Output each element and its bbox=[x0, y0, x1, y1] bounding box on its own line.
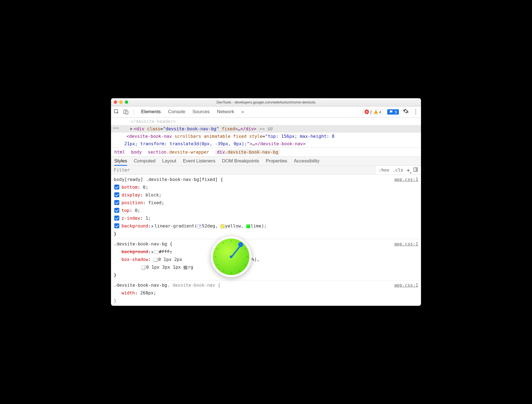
color-swatch-icon[interactable] bbox=[154, 250, 158, 254]
color-swatch-icon[interactable] bbox=[221, 224, 224, 228]
shadow-swatch-icon[interactable] bbox=[154, 258, 157, 261]
clock-tick bbox=[231, 272, 232, 274]
rule-selector[interactable]: .devsite-book-nav-bg, devsite-book-nav { bbox=[114, 281, 418, 289]
subtab-event-listeners[interactable]: Event Listeners bbox=[183, 158, 215, 164]
color-swatch-icon[interactable] bbox=[184, 266, 187, 270]
tab-sources[interactable]: Sources bbox=[192, 109, 210, 115]
declaration[interactable]: background:linear-gradient(52deg, yellow… bbox=[114, 222, 418, 230]
clock-tick bbox=[239, 270, 240, 272]
subtab-styles[interactable]: Styles bbox=[114, 158, 127, 166]
styles-subtabs: Styles Computed Layout Event Listeners D… bbox=[111, 156, 421, 166]
declaration-cont[interactable]: 0 1px 3px 1px rg 7 / 15%); bbox=[114, 263, 418, 271]
rule-close: } bbox=[114, 297, 418, 305]
rule-close: } bbox=[114, 230, 418, 238]
style-rule: app.css:1 .devsite-book-nav-bg, devsite-… bbox=[111, 280, 421, 306]
cls-button[interactable]: .cls bbox=[392, 167, 403, 173]
breadcrumb: html body section.devsite-wrapper div.de… bbox=[111, 147, 421, 156]
dom-line-selected[interactable]: <div class="devsite-book-nav-bg" fixed>…… bbox=[111, 125, 421, 133]
toggle-checkbox[interactable] bbox=[114, 223, 119, 228]
tab-console[interactable]: Console bbox=[168, 109, 185, 115]
devtools-window: DevTools - developers.google.com/web/too… bbox=[111, 98, 421, 306]
declaration[interactable]: display: block; bbox=[114, 191, 418, 199]
traffic-lights bbox=[114, 100, 128, 104]
expand-triangle-icon[interactable] bbox=[130, 128, 133, 130]
rule-selector[interactable]: .devsite-book-nav-bg { bbox=[114, 240, 418, 248]
titlebar: DevTools - developers.google.com/web/too… bbox=[111, 98, 421, 107]
rule-source-link[interactable]: app.css:1 bbox=[394, 176, 418, 183]
crumb-section[interactable]: section.devsite-wrapper bbox=[148, 149, 209, 155]
style-rule: app.css:1 body[ready] .devsite-book-nav-… bbox=[111, 175, 421, 239]
hov-button[interactable]: :hov bbox=[379, 167, 389, 173]
toggle-checkbox[interactable] bbox=[114, 216, 119, 221]
window-title: DevTools - developers.google.com/web/too… bbox=[111, 100, 421, 104]
declaration[interactable]: box-shadow: 0 1px 2px 54 67 / 30%), bbox=[114, 256, 418, 263]
subtab-accessibility[interactable]: Accessibility bbox=[294, 158, 320, 164]
close-icon[interactable] bbox=[114, 100, 117, 104]
panel-tabs: Elements Console Sources Network » bbox=[141, 109, 244, 115]
svg-rect-3 bbox=[414, 168, 418, 172]
styles-filter-bar: :hov .cls + bbox=[111, 166, 421, 175]
issues-count: 9 bbox=[395, 110, 397, 114]
style-rules: app.css:1 body[ready] .devsite-book-nav-… bbox=[111, 175, 421, 306]
style-rule: app.css:1 .devsite-book-nav-bg { backgro… bbox=[111, 239, 421, 280]
filter-input[interactable] bbox=[111, 166, 376, 174]
toggle-checkbox[interactable] bbox=[114, 200, 119, 205]
crumb-body[interactable]: body bbox=[131, 149, 142, 155]
tab-network[interactable]: Network bbox=[217, 109, 234, 115]
clock-center bbox=[230, 255, 233, 258]
declaration[interactable]: position: fixed; bbox=[114, 199, 418, 207]
tab-elements[interactable]: Elements bbox=[141, 109, 161, 115]
new-rule-button[interactable]: + bbox=[407, 167, 410, 173]
expand-icon[interactable] bbox=[152, 225, 154, 228]
inspect-element-icon[interactable] bbox=[113, 108, 120, 115]
clock-tick bbox=[244, 248, 246, 250]
subtab-layout[interactable]: Layout bbox=[162, 158, 176, 164]
clock-tick bbox=[214, 257, 216, 257]
main-toolbar: Elements Console Sources Network » ✕2 4 … bbox=[111, 107, 421, 118]
kebab-menu-icon[interactable]: ⋮ bbox=[413, 109, 419, 115]
settings-icon[interactable] bbox=[403, 108, 409, 116]
clock-tick bbox=[216, 248, 219, 250]
angle-clock-popup[interactable] bbox=[211, 236, 252, 277]
toggle-checkbox[interactable] bbox=[114, 208, 119, 213]
issues-badge[interactable]: 9 bbox=[387, 109, 399, 115]
declaration[interactable]: top: 0; bbox=[114, 207, 418, 214]
maximize-icon[interactable] bbox=[125, 100, 128, 104]
declaration[interactable]: width: 268px; bbox=[114, 289, 418, 297]
declaration[interactable]: bottom: 0; bbox=[114, 183, 418, 191]
rule-selector[interactable]: body[ready] .devsite-book-nav-bg[fixed] … bbox=[114, 176, 418, 183]
selected-marker: == $0 bbox=[259, 126, 272, 131]
declaration[interactable]: z-index: 1; bbox=[114, 214, 418, 222]
clock-tick bbox=[223, 270, 224, 272]
color-swatch-icon[interactable] bbox=[246, 224, 250, 228]
toggle-checkbox[interactable] bbox=[114, 185, 119, 190]
dom-line[interactable]: </devsite-header> bbox=[111, 118, 421, 125]
minimize-icon[interactable] bbox=[119, 100, 123, 104]
dom-tree[interactable]: </devsite-header> <div class="devsite-bo… bbox=[111, 118, 421, 148]
toggle-checkbox[interactable] bbox=[114, 192, 119, 197]
more-tabs-button[interactable]: » bbox=[241, 109, 244, 115]
subtab-computed[interactable]: Computed bbox=[134, 158, 155, 164]
subtab-dom-breakpoints[interactable]: DOM Breakpoints bbox=[222, 158, 259, 164]
angle-swatch-icon[interactable] bbox=[197, 224, 202, 229]
declaration[interactable]: background:#fff; bbox=[114, 248, 418, 256]
rule-source-link[interactable]: app.css:1 bbox=[394, 281, 418, 289]
crumb-div[interactable]: div.devsite-book-nav-bg bbox=[215, 149, 280, 155]
toolbar-divider bbox=[134, 109, 134, 115]
warning-count: 4 bbox=[379, 110, 381, 114]
clock-tick bbox=[231, 240, 232, 242]
dom-line[interactable]: 21px; transform: translate3d(0px, -39px,… bbox=[111, 140, 421, 147]
rule-close: } bbox=[114, 271, 418, 279]
expand-icon[interactable] bbox=[152, 251, 154, 253]
rule-source-link[interactable]: app.css:1 bbox=[394, 240, 418, 248]
crumb-html[interactable]: html bbox=[114, 149, 125, 155]
dom-line[interactable]: <devsite-book-nav scrollbars animatable … bbox=[111, 133, 421, 140]
svg-rect-2 bbox=[126, 111, 128, 114]
error-icon: ✕ bbox=[365, 110, 369, 114]
device-toolbar-icon[interactable] bbox=[123, 108, 129, 115]
error-count: 2 bbox=[370, 110, 372, 114]
subtab-properties[interactable]: Properties bbox=[266, 158, 287, 164]
shadow-swatch-icon[interactable] bbox=[141, 266, 145, 269]
console-badges[interactable]: ✕2 4 bbox=[363, 109, 383, 115]
computed-panel-icon[interactable] bbox=[413, 167, 418, 173]
